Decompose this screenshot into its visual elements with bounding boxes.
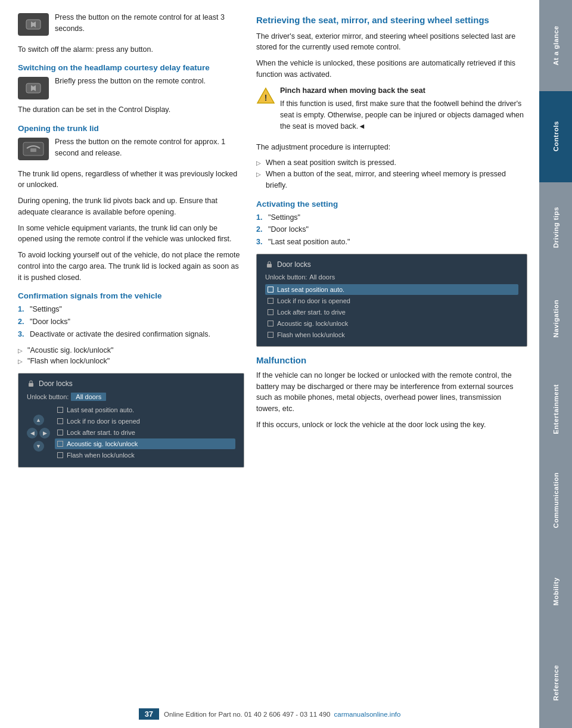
- sidebar-item-at-a-glance[interactable]: At a glance: [539, 0, 572, 91]
- alarm-text: To switch off the alarm: press any butto…: [18, 44, 244, 55]
- menu-r-item-1: Lock if no door is opened: [265, 295, 518, 306]
- headlamp-icon-row: Briefly press the button on the remote c…: [18, 76, 244, 99]
- door-locks-left-menu: Last seat position auto. Lock if no door…: [55, 405, 235, 461]
- press-button-section: Press the button on the remote control f…: [18, 12, 244, 39]
- malfunction-heading: Malfunction: [256, 355, 527, 365]
- conf-step3: 3. Deactivate or activate the desired co…: [18, 329, 244, 340]
- warning-text: Pinch hazard when moving back the seat: [280, 85, 527, 97]
- activating-steps: 1. "Settings" 2. "Door locks" 3. "Last s…: [256, 212, 527, 248]
- footer-site: carmanualsonline.info: [334, 711, 401, 718]
- trunk-instruction: Press the button on the remote control f…: [55, 136, 244, 159]
- door-locks-left-unlock-row: Unlock button: All doors: [27, 393, 235, 401]
- menu-item-3: Acoustic sig. lock/unlock: [55, 438, 235, 449]
- malfunction-para1: If the vehicle can no longer be locked o…: [256, 370, 527, 415]
- sidebar-item-navigation[interactable]: Navigation: [539, 273, 572, 364]
- main-content: Press the button on the remote control f…: [0, 0, 539, 728]
- door-locks-right-menu: Last seat position auto. Lock if no door…: [265, 284, 518, 340]
- svg-rect-11: [267, 264, 272, 267]
- nav-up[interactable]: ▲: [33, 415, 44, 425]
- nav-left[interactable]: ◀: [27, 428, 38, 438]
- headlamp-instruction: Briefly press the button on the remote c…: [55, 76, 206, 87]
- door-locks-icon: [27, 379, 35, 388]
- sidebar: At a glance Controls Driving tips Naviga…: [539, 0, 572, 728]
- warning-detail: If this function is used, first make sur…: [280, 98, 527, 132]
- door-locks-left-title: Door locks: [39, 379, 73, 388]
- menu-item-2: Lock after start. to drive: [55, 427, 235, 438]
- checkbox-2: [57, 430, 63, 435]
- menu-r-item-2: Lock after start. to drive: [265, 307, 518, 318]
- trunk-para4: To avoid locking yourself out of the veh…: [18, 250, 244, 283]
- menu-item-1: Lock if no door is opened: [55, 416, 235, 427]
- door-locks-left-title-row: Door locks: [27, 379, 235, 388]
- nav-right[interactable]: ▶: [39, 428, 50, 438]
- checkbox-0: [57, 407, 63, 413]
- nav-arrows-left: ▲ ◀ ▶ ▼: [27, 405, 50, 461]
- trunk-para2: During opening, the trunk lid pivots bac…: [18, 195, 244, 218]
- menu-r-item-4: Flash when lock/unlock: [265, 329, 518, 340]
- retrieving-para1: The driver's seat, exterior mirror, and …: [256, 31, 527, 54]
- menu-r-item-0: Last seat position auto.: [265, 284, 518, 295]
- retrieving-heading: Retrieving the seat, mirror, and steerin…: [256, 14, 527, 26]
- left-column: Press the button on the remote control f…: [18, 12, 244, 704]
- page-container: Press the button on the remote control f…: [0, 0, 572, 728]
- checkbox-r-4: [268, 332, 273, 338]
- headlamp-icon: [18, 77, 49, 99]
- door-locks-right-title: Door locks: [277, 260, 311, 269]
- remote-button-icon: [18, 13, 49, 36]
- svg-text:!: !: [265, 93, 268, 102]
- confirmation-steps: 1. "Settings" 2. "Door locks" 3. Deactiv…: [18, 304, 244, 340]
- sidebar-item-mobility[interactable]: Mobility: [539, 546, 572, 637]
- conf-step1: 1. "Settings": [18, 304, 244, 315]
- menu-item-0: Last seat position auto.: [55, 405, 235, 415]
- nav-down[interactable]: ▼: [33, 441, 44, 452]
- door-locks-right-unlock-row: Unlock button: All doors: [265, 273, 518, 281]
- menu-item-4: Flash when lock/unlock: [55, 450, 235, 461]
- right-column: Retrieving the seat, mirror, and steerin…: [256, 12, 527, 704]
- conf-step2: 2. "Door locks": [18, 316, 244, 328]
- retrieving-bullets: When a seat position switch is pressed. …: [256, 157, 527, 191]
- press-button-text: Press the button on the remote control f…: [55, 12, 244, 35]
- warning-row: ! Pinch hazard when moving back the seat…: [256, 85, 527, 137]
- svg-rect-7: [30, 148, 36, 152]
- door-locks-right-icon: [265, 260, 273, 269]
- sidebar-item-controls[interactable]: Controls: [539, 91, 572, 182]
- sidebar-item-reference[interactable]: Reference: [539, 637, 572, 728]
- nav-lr: ◀ ▶: [27, 428, 50, 438]
- checkbox-4: [57, 452, 63, 458]
- retrieving-bullet2: When a button of the seat, mirror, and s…: [256, 169, 527, 191]
- sidebar-item-driving-tips[interactable]: Driving tips: [539, 182, 572, 273]
- activating-heading: Activating the setting: [256, 200, 527, 209]
- door-locks-right-title-row: Door locks: [265, 260, 518, 269]
- door-locks-left-image: Door locks Unlock button: All doors ▲ ◀ …: [18, 373, 244, 468]
- checkbox-r-3: [268, 321, 273, 326]
- trunk-para3: In some vehicle equipment variants, the …: [18, 223, 244, 245]
- page-footer: 37 Online Edition for Part no. 01 40 2 6…: [0, 708, 539, 720]
- menu-r-item-3: Acoustic sig. lock/unlock: [265, 318, 518, 329]
- duration-text: The duration can be set in the Control D…: [18, 104, 244, 116]
- conf-sub1: "Acoustic sig. lock/unlock": [18, 345, 244, 356]
- sidebar-item-communication[interactable]: Communication: [539, 455, 572, 546]
- malfunction-para2: If this occurs, unlock or lock the vehic…: [256, 419, 527, 431]
- sidebar-item-entertainment[interactable]: Entertainment: [539, 364, 572, 455]
- confirmation-heading: Confirmation signals from the vehicle: [18, 291, 244, 300]
- trunk-para1: The trunk lid opens, regardless of wheth…: [18, 169, 244, 191]
- retrieving-bullet1: When a seat position switch is pressed.: [256, 157, 527, 169]
- trunk-heading: Opening the trunk lid: [18, 124, 244, 133]
- footer-text: Online Edition for Part no. 01 40 2 606 …: [164, 711, 330, 718]
- act-step1: 1. "Settings": [256, 212, 527, 223]
- checkbox-3: [57, 441, 63, 447]
- trunk-icon-row: Press the button on the remote control f…: [18, 136, 244, 164]
- trunk-icon: [18, 138, 49, 160]
- conf-sub2: "Flash when lock/unlock": [18, 356, 244, 367]
- checkbox-r-1: [268, 298, 273, 304]
- act-step3: 3. "Last seat position auto.": [256, 237, 527, 248]
- interrupted-text: The adjustment procedure is interrupted:: [256, 142, 527, 153]
- checkbox-r-0: [268, 287, 273, 293]
- door-locks-right-image: Door locks Unlock button: All doors Last…: [256, 254, 527, 347]
- page-number: 37: [139, 708, 159, 720]
- warning-content: Pinch hazard when moving back the seat I…: [280, 85, 527, 137]
- act-step2: 2. "Door locks": [256, 224, 527, 235]
- headlamp-heading: Switching on the headlamp courtesy delay…: [18, 63, 244, 72]
- checkbox-r-2: [268, 309, 273, 315]
- door-locks-left-body: ▲ ◀ ▶ ▼ Last seat position auto.: [27, 405, 235, 461]
